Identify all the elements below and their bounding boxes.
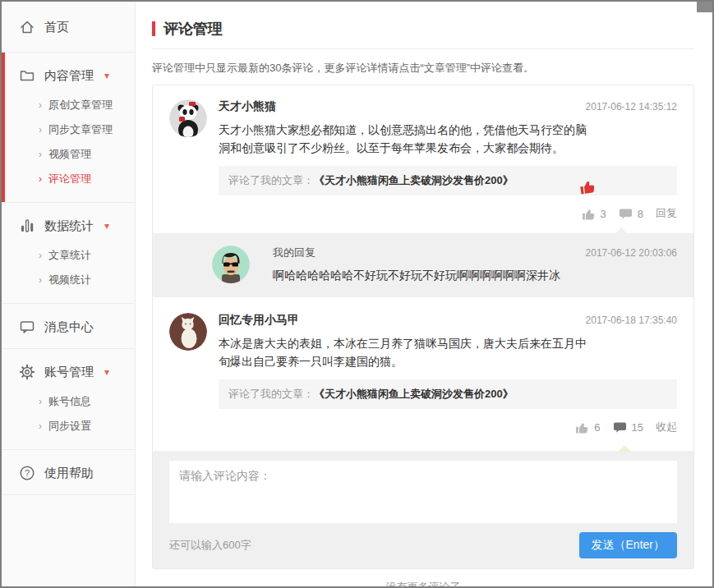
sidebar-subitem-video-stats[interactable]: ›视频统计 xyxy=(2,268,135,292)
sidebar-section-help: ? 使用帮助 xyxy=(2,450,135,495)
comment-count: 8 xyxy=(638,208,643,220)
sidebar: 首页 内容管理 ▾ ›原创文章管理 ›同步文章管理 ›视频管理 ›评论管理 xyxy=(2,2,136,586)
reply-author-label: 我的回复 xyxy=(273,246,316,260)
sidebar-subitem-comment-mgmt[interactable]: ›评论管理 xyxy=(2,167,135,191)
like-button[interactable]: 3 xyxy=(582,207,606,221)
message-bubble-icon xyxy=(19,319,35,335)
comment-timestamp: 2017-06-12 14:35:12 xyxy=(586,101,677,113)
main-content: 评论管理 评论管理中只显示最新的30条评论，更多评论详情请点击“文章管理”中评论… xyxy=(136,2,712,586)
comment-bubble-icon xyxy=(619,207,633,221)
sidebar-item-label: 首页 xyxy=(44,20,69,35)
article-reference[interactable]: 评论了我的文章：《天才小熊猫闲鱼上卖破洞沙发售价200》 xyxy=(219,166,677,195)
sidebar-item-message-center[interactable]: 消息中心 xyxy=(2,316,135,338)
reply-timestamp: 2017-06-12 20:03:06 xyxy=(586,247,677,259)
sidebar-item-label: 账号管理 xyxy=(44,365,94,380)
bar-chart-icon xyxy=(19,218,35,234)
sidebar-section-content: 内容管理 ▾ ›原创文章管理 ›同步文章管理 ›视频管理 ›评论管理 xyxy=(2,53,135,203)
comment-item: 天才小熊猫 2017-06-12 14:35:12 天才小熊猫大家想必都知道，以… xyxy=(153,85,693,233)
like-count: 6 xyxy=(594,421,600,434)
home-icon xyxy=(19,19,35,35)
avatar-sunglasses-man[interactable] xyxy=(212,246,250,283)
comment-actions: 3 8 回复 xyxy=(219,195,677,233)
like-button[interactable]: 6 xyxy=(575,420,600,434)
thumb-up-icon xyxy=(582,207,596,221)
chevron-right-icon: › xyxy=(39,421,42,431)
article-title-link: 《天才小熊猫闲鱼上卖破洞沙发售价200》 xyxy=(314,174,514,186)
svg-text:?: ? xyxy=(25,468,30,478)
chevron-down-icon: ▾ xyxy=(104,220,109,232)
avatar-cat[interactable] xyxy=(169,313,207,351)
sidebar-item-content-mgmt[interactable]: 内容管理 ▾ xyxy=(2,65,135,86)
sidebar-item-help[interactable]: ? 使用帮助 xyxy=(2,462,135,484)
comment-input[interactable] xyxy=(169,461,677,523)
my-reply-box: 我的回复 2017-06-12 20:03:06 啊哈哈哈哈哈哈不好玩不好玩不好… xyxy=(153,233,693,297)
sidebar-section-stats: 数据统计 ▾ ›文章统计 ›视频统计 xyxy=(2,203,135,304)
sidebar-section-account: 账号管理 ▾ ›账号信息 ›同步设置 xyxy=(2,349,135,450)
comment-content: 本冰是唐大夫的表姐，本冰在三月养了猫咪马国庆，唐大夫后来在五月中旬爆出自己要养一… xyxy=(219,334,595,370)
sidebar-item-label: 使用帮助 xyxy=(44,466,94,481)
sidebar-subitem-video-mgmt[interactable]: ›视频管理 xyxy=(2,142,135,167)
divider xyxy=(152,48,694,49)
sidebar-section-message: 消息中心 xyxy=(2,304,135,349)
sidebar-item-label: 内容管理 xyxy=(44,68,94,84)
comment-count-button[interactable]: 8 xyxy=(619,207,643,221)
collapse-button[interactable]: 收起 xyxy=(656,420,677,434)
reply-content: 啊哈哈哈哈哈哈不好玩不好玩不好玩啊啊啊啊啊啊深井冰 xyxy=(273,269,677,283)
comment-count: 15 xyxy=(632,421,643,434)
char-counter: 还可以输入600字 xyxy=(169,538,251,553)
comment-input-section: 还可以输入600字 发送（Enter） xyxy=(153,451,693,568)
chevron-right-icon: › xyxy=(39,125,42,135)
avatar-panda[interactable] xyxy=(169,99,207,137)
article-reference[interactable]: 评论了我的文章：《天才小熊猫闲鱼上卖破洞沙发售价200》 xyxy=(219,379,677,409)
chevron-right-icon: › xyxy=(39,174,42,184)
folder-icon xyxy=(19,67,35,84)
comment-content: 天才小熊猫大家想必都知道，以创意恶搞出名的他，凭借他天马行空的脑洞和创意吸引了不… xyxy=(219,121,595,157)
sidebar-subitem-sync-articles[interactable]: ›同步文章管理 xyxy=(2,117,135,142)
comment-list-panel: 天才小熊猫 2017-06-12 14:35:12 天才小熊猫大家想必都知道，以… xyxy=(152,85,694,569)
thumb-up-icon xyxy=(575,420,589,434)
chevron-right-icon: › xyxy=(39,149,42,159)
comment-timestamp: 2017-06-18 17:35:40 xyxy=(586,315,677,326)
gear-icon xyxy=(19,364,35,380)
article-title-link: 《天才小熊猫闲鱼上卖破洞沙发售价200》 xyxy=(314,388,514,400)
sidebar-section-home: 首页 xyxy=(2,2,135,53)
send-button[interactable]: 发送（Enter） xyxy=(579,532,677,558)
no-more-comments-text: 没有更多评论了 xyxy=(152,580,694,586)
pointer-up-icon xyxy=(618,445,631,452)
comment-count-button[interactable]: 15 xyxy=(613,420,643,434)
title-accent-bar xyxy=(152,21,155,36)
help-circle-icon: ? xyxy=(19,465,35,481)
thumb-up-float-icon xyxy=(579,178,596,198)
sidebar-subitem-account-info[interactable]: ›账号信息 xyxy=(2,389,135,414)
sidebar-subitem-article-stats[interactable]: ›文章统计 xyxy=(2,243,135,268)
sidebar-item-data-stats[interactable]: 数据统计 ▾ xyxy=(2,215,135,237)
reply-button[interactable]: 回复 xyxy=(656,206,677,221)
sidebar-item-home[interactable]: 首页 xyxy=(2,16,135,38)
notice-text: 评论管理中只显示最新的30条评论，更多评论详情请点击“文章管理”中评论查看。 xyxy=(152,61,694,76)
commenter-name[interactable]: 回忆专用小马甲 xyxy=(219,313,299,328)
comment-bubble-icon xyxy=(613,420,627,434)
scrollbar-thumb[interactable] xyxy=(697,2,712,12)
chevron-down-icon: ▾ xyxy=(104,366,109,378)
sidebar-subitem-original-articles[interactable]: ›原创文章管理 xyxy=(2,93,135,117)
comment-management-page: 首页 内容管理 ▾ ›原创文章管理 ›同步文章管理 ›视频管理 ›评论管理 xyxy=(0,0,714,588)
commenter-name[interactable]: 天才小熊猫 xyxy=(219,99,276,114)
sidebar-item-label: 消息中心 xyxy=(44,319,94,335)
pointer-up-icon xyxy=(615,227,628,234)
sidebar-subitem-sync-settings[interactable]: ›同步设置 xyxy=(2,414,135,439)
page-title: 评论管理 xyxy=(164,19,223,39)
comment-actions: 6 15 收起 xyxy=(219,409,677,447)
chevron-down-icon: ▾ xyxy=(104,70,109,81)
page-header: 评论管理 xyxy=(152,19,694,39)
comment-item: 回忆专用小马甲 2017-06-18 17:35:40 本冰是唐大夫的表姐，本冰… xyxy=(153,297,693,447)
chevron-right-icon: › xyxy=(39,250,42,260)
sidebar-item-label: 数据统计 xyxy=(44,218,94,234)
chevron-right-icon: › xyxy=(39,397,42,407)
like-count: 3 xyxy=(601,208,606,220)
chevron-right-icon: › xyxy=(39,100,42,110)
sidebar-item-account-mgmt[interactable]: 账号管理 ▾ xyxy=(2,361,135,383)
chevron-right-icon: › xyxy=(39,275,42,285)
